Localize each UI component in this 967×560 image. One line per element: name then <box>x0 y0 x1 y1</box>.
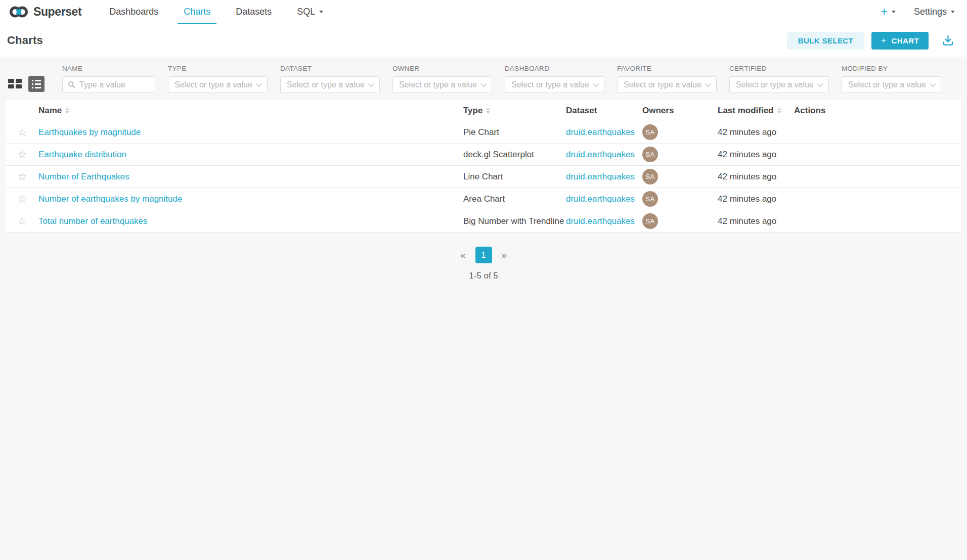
favorite-star-icon[interactable]: ☆ <box>18 149 27 160</box>
table-row: ☆ Earthquake distribution deck.gl Scatte… <box>6 144 961 166</box>
filter-control[interactable]: Select or type a value <box>842 76 941 93</box>
caret-down-icon <box>892 11 896 13</box>
list-view-icon[interactable] <box>28 76 45 92</box>
chart-type: deck.gl Scatterplot <box>463 150 566 160</box>
column-header-label: Dataset <box>566 106 597 116</box>
column-header[interactable]: Owners <box>642 106 718 116</box>
dataset-link[interactable]: druid.earthquakes <box>566 127 635 137</box>
view-mode-toggles <box>8 76 45 92</box>
chart-type: Pie Chart <box>463 127 566 137</box>
filter-control[interactable]: Select or type a value <box>168 76 268 93</box>
chart-name-link[interactable]: Number of earthquakes by magnitude <box>38 194 182 204</box>
nav-item[interactable]: Dashboards <box>97 0 171 24</box>
card-view-icon[interactable] <box>8 79 22 88</box>
chart-name-link[interactable]: Earthquake distribution <box>38 150 126 159</box>
filter-control[interactable]: Select or type a value <box>280 76 380 93</box>
favorite-star-icon[interactable]: ☆ <box>18 127 27 137</box>
last-modified: 42 minutes ago <box>718 150 794 160</box>
settings-menu[interactable]: Settings <box>914 7 955 17</box>
filter-control[interactable]: Select or type a value <box>617 76 717 93</box>
charts-table: Name Type Dataset Owners <box>6 100 961 232</box>
favorite-cell: ☆ <box>6 127 38 137</box>
charts-list: Name Type Dataset Owners <box>0 100 967 281</box>
favorite-star-icon[interactable]: ☆ <box>18 194 27 204</box>
name-cell: Earthquake distribution <box>38 150 463 160</box>
owner-avatar[interactable]: SA <box>642 191 658 207</box>
filter-label: TYPE <box>168 65 268 72</box>
filter-control[interactable]: Select or type a value <box>729 76 829 93</box>
owners-cell: SA <box>642 213 718 229</box>
table-row: ☆ Earthquakes by magnitude Pie Chart dru… <box>6 121 961 144</box>
filters: NAME Type a value TYPE <box>62 65 941 93</box>
page-1-button[interactable]: 1 <box>475 247 492 263</box>
chart-name-link[interactable]: Earthquakes by magnitude <box>38 127 141 137</box>
prev-page-button[interactable]: « <box>458 250 468 261</box>
owners-cell: SA <box>642 191 718 207</box>
nav-item[interactable]: Datasets <box>223 0 284 24</box>
name-cell: Number of earthquakes by magnitude <box>38 194 463 204</box>
sort-icon <box>65 108 69 114</box>
filter-placeholder: Select or type a value <box>174 80 254 89</box>
column-header[interactable]: Last modified <box>718 106 794 116</box>
caret-down-icon <box>951 11 955 13</box>
name-cell: Number of Earthquakes <box>38 172 463 182</box>
owners-cell: SA <box>642 169 718 184</box>
filter-group: MODIFIED BY Select or type a value <box>842 65 941 93</box>
dataset-cell: druid.earthquakes <box>566 216 642 226</box>
column-header-label: Last modified <box>718 106 774 116</box>
owner-avatar[interactable]: SA <box>642 213 658 229</box>
dataset-link[interactable]: druid.earthquakes <box>566 216 635 226</box>
plus-icon: + <box>881 6 888 18</box>
main-nav: Dashboards Charts Datasets SQL <box>97 0 336 24</box>
filter-control[interactable]: Select or type a value <box>505 76 604 93</box>
last-modified: 42 minutes ago <box>718 216 794 226</box>
column-header[interactable]: Actions <box>794 106 961 116</box>
chart-type: Big Number with Trendline <box>463 216 566 226</box>
dataset-link[interactable]: druid.earthquakes <box>566 194 635 204</box>
download-icon <box>941 34 955 48</box>
add-chart-button[interactable]: + CHART <box>871 32 929 50</box>
favorite-star-icon[interactable]: ☆ <box>18 216 27 226</box>
favorite-star-icon[interactable]: ☆ <box>18 171 27 182</box>
nav-item-label: Charts <box>184 7 210 17</box>
column-header[interactable]: Name <box>38 106 463 116</box>
nav-item[interactable]: Charts <box>171 0 223 24</box>
dataset-link[interactable]: druid.earthquakes <box>566 150 635 159</box>
filter-search-input[interactable] <box>79 80 150 89</box>
nav-item[interactable]: SQL <box>284 0 336 24</box>
next-page-button[interactable]: » <box>499 250 510 261</box>
filter-label: OWNER <box>392 65 492 72</box>
favorite-cell: ☆ <box>6 194 38 204</box>
owner-avatar[interactable]: SA <box>642 169 658 184</box>
favorite-cell: ☆ <box>6 171 38 182</box>
caret-down-icon <box>319 11 323 13</box>
column-header[interactable]: Dataset <box>566 106 642 116</box>
filter-control[interactable]: Select or type a value <box>392 76 492 93</box>
new-item-menu[interactable]: + <box>881 6 896 18</box>
filter-group: NAME Type a value <box>62 65 155 93</box>
table-row: ☆ Total number of earthquakes Big Number… <box>6 210 961 232</box>
dataset-cell: druid.earthquakes <box>566 194 642 204</box>
superset-logo[interactable]: Superset <box>9 0 81 24</box>
filter-label: MODIFIED BY <box>842 65 941 72</box>
owner-avatar[interactable]: SA <box>642 124 658 140</box>
plus-icon: + <box>881 36 886 44</box>
owners-cell: SA <box>642 147 718 162</box>
header-actions: BULK SELECT + CHART <box>787 32 955 50</box>
sort-icon <box>486 108 490 114</box>
chevron-down-icon <box>930 81 935 86</box>
nav-item-label: SQL <box>297 7 315 17</box>
owner-avatar[interactable]: SA <box>642 147 658 162</box>
settings-label: Settings <box>914 7 947 17</box>
chevron-down-icon <box>256 81 261 86</box>
dataset-link[interactable]: druid.earthquakes <box>566 172 635 181</box>
chart-name-link[interactable]: Number of Earthquakes <box>38 172 129 181</box>
chevron-down-icon <box>368 81 374 86</box>
bulk-select-button[interactable]: BULK SELECT <box>787 32 864 50</box>
filter-control[interactable]: Type a value <box>62 76 155 93</box>
last-modified: 42 minutes ago <box>718 172 794 182</box>
column-header[interactable]: Type <box>463 106 566 116</box>
chart-name-link[interactable]: Total number of earthquakes <box>38 216 147 226</box>
filter-placeholder: Select or type a value <box>511 80 591 89</box>
export-charts-button[interactable] <box>941 34 955 48</box>
